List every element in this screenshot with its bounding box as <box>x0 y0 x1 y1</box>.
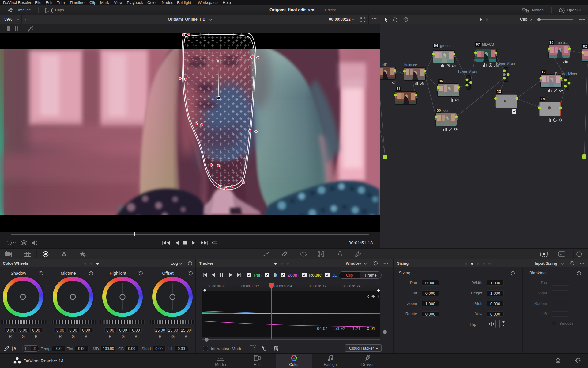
svg-text:11: 11 <box>396 87 400 91</box>
svg-text:12: 12 <box>541 70 546 74</box>
svg-text:04: 04 <box>434 44 438 48</box>
svg-text:fx: fx <box>561 9 564 12</box>
svg-text:3D: 3D <box>560 253 564 256</box>
svg-text:Layer Mixer: Layer Mixer <box>458 70 477 74</box>
svg-text:skin: skin <box>443 109 449 113</box>
svg-text:07: 07 <box>476 42 480 47</box>
svg-text:true b...: true b... <box>556 40 568 45</box>
svg-text:15: 15 <box>541 97 545 101</box>
svg-text:green ...: green ... <box>440 44 454 48</box>
svg-text:ND: ND <box>382 63 388 67</box>
svg-text:09: 09 <box>437 109 441 113</box>
svg-text:10: 10 <box>549 40 554 45</box>
svg-text:MD-CB: MD-CB <box>482 42 494 47</box>
svg-text:Layer Mixer: Layer Mixer <box>496 62 515 66</box>
svg-text:02: 02 <box>583 44 587 48</box>
svg-text:13: 13 <box>497 90 501 94</box>
svg-text:06: 06 <box>439 79 443 83</box>
svg-text:balance: balance <box>404 63 417 67</box>
svg-text:Parallel Mixer: Parallel Mixer <box>555 72 577 76</box>
